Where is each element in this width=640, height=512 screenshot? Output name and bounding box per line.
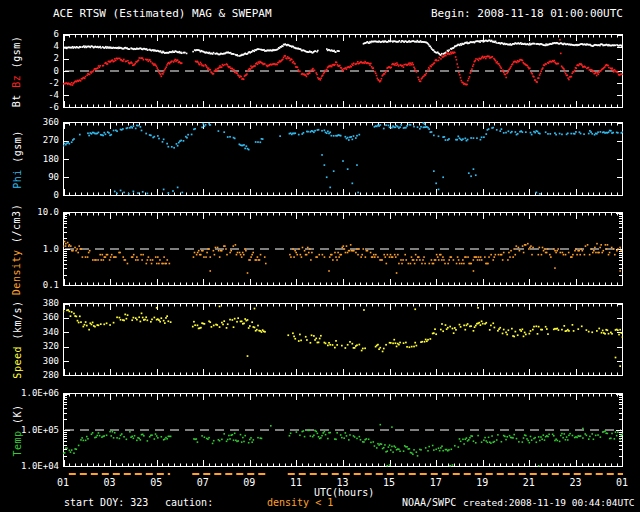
xtick-label: 05 <box>141 477 171 488</box>
created-timestamp: created:2008-11-19 00:44:04UTC <box>463 497 635 508</box>
agency-label: NOAA/SWPC <box>402 497 456 508</box>
xtick-label: 19 <box>467 477 497 488</box>
ytick-label: 0 <box>0 67 59 76</box>
ytick-label: 340 <box>0 328 59 337</box>
ytick-label: 4 <box>0 42 59 51</box>
ytick-label: -2 <box>0 79 59 88</box>
panel-plot-svg <box>63 303 623 376</box>
ytick-label: 90 <box>0 173 59 182</box>
ytick-label: 1.0E+06 <box>0 389 59 398</box>
panel-phi <box>63 122 623 196</box>
ytick-label: 360 <box>0 313 59 322</box>
ytick-label: 0.1 <box>0 281 59 290</box>
ylabel-part: (K) <box>12 404 23 424</box>
panel-density <box>63 212 623 286</box>
ytick-label: 2 <box>0 54 59 63</box>
xtick-label: 11 <box>281 477 311 488</box>
xtick-label: 03 <box>95 477 125 488</box>
caution-density-bar <box>63 472 623 477</box>
panel-plot-svg <box>63 34 623 108</box>
xtick-label: 17 <box>421 477 451 488</box>
begin-timestamp: Begin: 2008-11-18 01:00:00UTC <box>0 7 623 20</box>
panel-plot-svg <box>63 393 623 467</box>
ytick-label: 1.0E+05 <box>0 426 59 435</box>
ytick-label: -6 <box>0 103 59 112</box>
ytick-label: 320 <box>0 342 59 351</box>
panel-temp <box>63 393 623 467</box>
ytick-label: 180 <box>0 155 59 164</box>
xtick-label: 15 <box>374 477 404 488</box>
xtick-label: 07 <box>188 477 218 488</box>
xtick-label: 01 <box>48 477 78 488</box>
ytick-label: 1.0 <box>0 245 59 254</box>
ytick-label: 360 <box>0 118 59 127</box>
panel-plot-svg <box>63 212 623 286</box>
xtick-label: 21 <box>514 477 544 488</box>
caution-label: caution: <box>165 497 213 508</box>
panel-bt-bz <box>63 34 623 108</box>
panel-speed <box>63 303 623 376</box>
xtick-label: 23 <box>560 477 590 488</box>
ytick-label: 270 <box>0 136 59 145</box>
ytick-label: 0 <box>0 191 59 200</box>
ytick-label: 10.0 <box>0 208 59 217</box>
ytick-label: 1.0E+04 <box>0 462 59 471</box>
ytick-label: 6 <box>0 30 59 39</box>
panel-plot-svg <box>63 122 623 196</box>
ytick-label: 280 <box>0 371 59 380</box>
ytick-label: -4 <box>0 91 59 100</box>
ace-rtsw-plot: ACE RTSW (Estimated) MAG & SWEPAM Begin:… <box>0 0 640 512</box>
xtick-label: 01 <box>607 477 637 488</box>
ytick-label: 300 <box>0 357 59 366</box>
caution-value: density < 1 <box>267 497 333 508</box>
ytick-label: 380 <box>0 299 59 308</box>
xtick-label: 09 <box>234 477 264 488</box>
start-doy-label: start DOY: 323 <box>64 497 148 508</box>
